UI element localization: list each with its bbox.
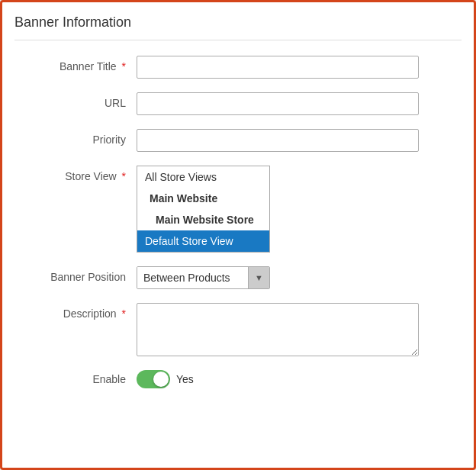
banner-title-input[interactable] xyxy=(137,56,419,79)
banner-position-selected-text: Between Products xyxy=(137,266,248,289)
url-label: URL xyxy=(14,92,137,109)
required-star-store-view: * xyxy=(122,170,126,182)
description-label: Description * xyxy=(14,303,137,320)
banner-position-arrow-icon[interactable] xyxy=(248,266,269,289)
priority-input[interactable] xyxy=(137,129,419,152)
banner-position-row: Banner Position Between Products xyxy=(14,266,462,289)
banner-title-row: Banner Title * xyxy=(14,56,462,79)
priority-row: Priority xyxy=(14,129,462,152)
store-view-dropdown[interactable]: All Store Views Main Website Main Websit… xyxy=(137,166,270,253)
store-view-option-main-website-store[interactable]: Main Website Store xyxy=(137,209,269,230)
enable-toggle-container: Yes xyxy=(137,370,194,388)
enable-label: Enable xyxy=(14,373,137,385)
toggle-knob xyxy=(153,372,169,387)
store-view-option-main-website[interactable]: Main Website xyxy=(137,188,269,209)
url-input[interactable] xyxy=(137,92,419,115)
section-divider xyxy=(14,40,462,40)
store-view-label: Store View * xyxy=(14,166,137,182)
url-row: URL xyxy=(14,92,462,115)
banner-position-select[interactable]: Between Products xyxy=(137,266,270,289)
store-view-row: Store View * All Store Views Main Websit… xyxy=(14,166,462,253)
enable-row: Enable Yes xyxy=(14,370,462,388)
priority-label: Priority xyxy=(14,129,137,146)
banner-position-label: Banner Position xyxy=(14,266,137,283)
description-textarea[interactable] xyxy=(137,303,419,356)
page-title: Banner Information xyxy=(14,14,462,31)
banner-title-label: Banner Title * xyxy=(14,56,137,72)
enable-toggle[interactable] xyxy=(137,370,170,388)
required-star-title: * xyxy=(122,60,126,72)
store-view-option-all[interactable]: All Store Views xyxy=(137,166,269,188)
description-row: Description * xyxy=(14,303,462,356)
enable-yes-label: Yes xyxy=(176,373,194,385)
banner-information-panel: Banner Information Banner Title * URL Pr… xyxy=(0,0,476,470)
required-star-description: * xyxy=(122,307,126,320)
store-view-option-default[interactable]: Default Store View xyxy=(137,230,269,252)
